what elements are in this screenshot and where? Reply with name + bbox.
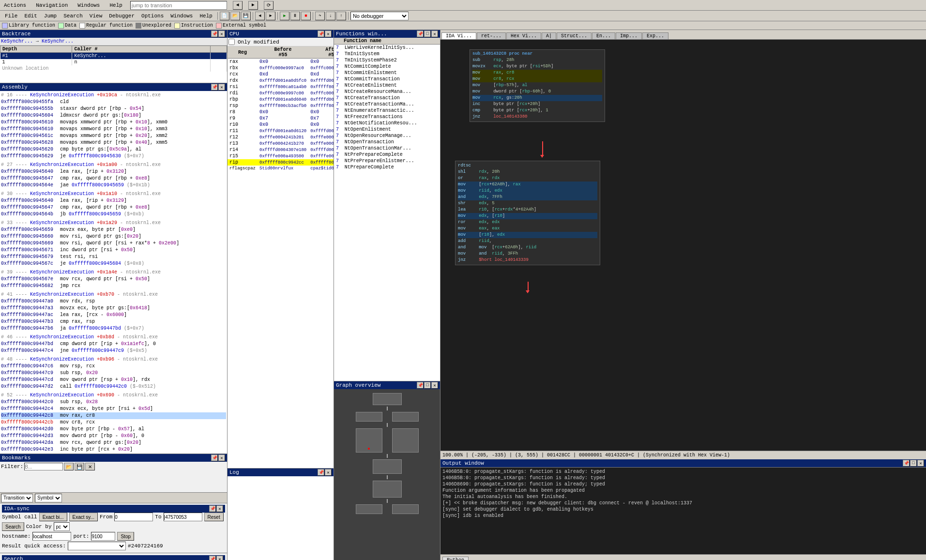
table-row[interactable]: r12 0xfffe0004241b201 0xfffe0004241b20 xyxy=(228,134,334,140)
table-row[interactable]: 7 NtOpenResourceManage... xyxy=(334,133,440,139)
functions-pin-btn[interactable]: 📌 xyxy=(417,30,424,37)
ida-menu-jump[interactable]: Jump xyxy=(41,13,60,19)
table-row[interactable]: rdx 0xffffd001ea0d5fc0 0xffffd001ea0d5f xyxy=(228,77,334,84)
tab-hex-view[interactable]: Hex Vi... xyxy=(506,32,541,39)
asm-func-link-7[interactable]: KeSynchronizeExecution xyxy=(30,334,94,340)
table-row[interactable]: 7 NtCreateResourceMana... xyxy=(334,89,440,95)
bookmarks-open-btn[interactable]: 📂 xyxy=(64,463,74,470)
asm-func-link-2[interactable]: KeSynchronizeExecution xyxy=(30,162,94,167)
idasync-close-btn[interactable]: ✕ xyxy=(216,505,223,512)
table-row[interactable]: r15 0xffffe000a493500 0xffffe000a493500 xyxy=(228,153,334,159)
table-row[interactable]: 1 n xyxy=(0,59,227,65)
cpu-pin-btn[interactable]: 📌 xyxy=(318,30,324,37)
cpu-only-modified-check[interactable] xyxy=(228,39,235,45)
output-close-btn[interactable]: ✕ xyxy=(917,460,924,467)
table-row[interactable]: rbp 0xffffd001ea0d6040 0xffffd001ea0d60 xyxy=(228,96,334,103)
graph-overview-float-btn[interactable]: □ xyxy=(424,382,431,389)
table-row[interactable]: Unknown location xyxy=(0,65,227,72)
table-row[interactable]: 7 NtFreezeTransactions xyxy=(334,114,440,120)
table-row[interactable]: 7 NtCommitTransaction xyxy=(334,76,440,82)
log-close-btn[interactable]: ✕ xyxy=(325,469,332,476)
python-tab[interactable]: Python xyxy=(442,557,469,560)
ida-menu-options[interactable]: Options xyxy=(138,13,167,19)
table-row[interactable]: r11 0xffffd001ea0d6120 0xffffd001ea0d61 xyxy=(228,128,334,134)
tb-run[interactable]: ▶ xyxy=(280,12,289,20)
idasync-pin-btn[interactable]: 📌 xyxy=(209,505,216,512)
output-window[interactable]: 1406B5B:0: propagate_stKargs: function i… xyxy=(440,467,926,554)
menu-windows[interactable]: Windows xyxy=(76,2,102,9)
bookmarks-close-btn[interactable]: ✕ xyxy=(218,454,225,461)
assembly-pin-btn[interactable]: 📌 xyxy=(211,84,218,91)
search-close-btn[interactable]: ✕ xyxy=(216,556,223,560)
table-row[interactable]: 7 NtOpenTransactionMar... xyxy=(334,145,440,151)
bookmarks-pin-btn[interactable]: 📌 xyxy=(211,454,218,461)
asm-func-link-8[interactable]: KeSynchronizeExecution xyxy=(30,357,94,362)
table-row[interactable]: 7 NtCreateEnlistment xyxy=(334,82,440,89)
ida-menu-file[interactable]: File xyxy=(2,13,20,19)
table-row[interactable]: rdi 0xfffc000e9997c00 0xfffc000e9997c xyxy=(228,90,334,96)
tb-fwd[interactable]: ► xyxy=(266,12,275,20)
table-row[interactable]: 7 NtCreateTransaction xyxy=(334,95,440,101)
table-row[interactable]: 7 NtCommitEnlistment xyxy=(334,70,440,76)
tb-open[interactable]: 📂 xyxy=(230,12,240,20)
backtrace-close-btn[interactable]: ✕ xyxy=(218,30,225,37)
table-row[interactable]: rsp 0xfffff800cb3acfb0 0xfffff800cb3acf xyxy=(228,103,334,109)
table-row[interactable]: 7 NtOpenTransaction xyxy=(334,139,440,145)
table-row[interactable]: #1 KeSynchr... xyxy=(0,53,227,60)
tb-stop[interactable]: ■ xyxy=(301,12,311,20)
table-row[interactable]: r8 0x0 0x0 xyxy=(228,109,334,115)
tab-ida-views[interactable]: IDA Vi... xyxy=(441,32,476,39)
asm-func-link-1[interactable]: KeSynchronizeExecution xyxy=(30,92,94,98)
tb-new[interactable]: 📄 xyxy=(220,12,229,20)
table-row[interactable]: 7 TmInitSystemPhase2 xyxy=(334,57,440,63)
tab-ret[interactable]: ret-... xyxy=(477,32,506,39)
table-row[interactable]: r10 0x0 0x0 xyxy=(228,121,334,128)
table-row[interactable]: rax 0x0 0x0 xyxy=(228,59,334,65)
idasync-from-input[interactable] xyxy=(114,513,153,521)
assembly-scroll[interactable]: # 16 ---- KeSynchronizeExecution +0x19ca… xyxy=(0,91,227,454)
log-content[interactable] xyxy=(228,476,334,560)
ida-menu-help-ida[interactable]: Help xyxy=(197,13,215,19)
tab-a-pipe[interactable]: A| xyxy=(542,32,556,39)
cpu-close-btn[interactable]: ✕ xyxy=(325,30,332,37)
table-row[interactable]: r9 0x7 0x7 xyxy=(228,115,334,121)
debugger-select[interactable]: No debugger xyxy=(350,12,409,20)
backtrace-pin-btn[interactable]: 📌 xyxy=(211,30,218,37)
idasync-reset-btn[interactable]: Reset xyxy=(204,513,224,521)
asm-func-link-9[interactable]: KeSynchronizeExecution xyxy=(30,393,94,398)
ida-menu-windows-ida[interactable]: Windows xyxy=(167,13,196,19)
bookmarks-delete-btn[interactable]: ✕ xyxy=(85,463,95,470)
tb-pause[interactable]: ⏸ xyxy=(290,12,300,20)
nav-back-btn[interactable]: ◄ xyxy=(233,1,243,10)
tab-imp[interactable]: Imp... xyxy=(616,32,642,39)
tb-step-into[interactable]: ↓ xyxy=(326,12,335,20)
tb-back[interactable]: ◄ xyxy=(255,12,265,20)
ida-menu-search[interactable]: Search xyxy=(61,13,86,19)
tb-step-out[interactable]: ↑ xyxy=(336,12,346,20)
tab-struct[interactable]: Struct... xyxy=(557,32,592,39)
functions-close-btn[interactable]: ✕ xyxy=(431,30,438,37)
jump-input[interactable] xyxy=(130,1,227,10)
log-pin-btn[interactable]: 📌 xyxy=(318,469,324,476)
table-row[interactable]: rsi 0xfffff800ca01a4b0 0xfffff800ca01a4 xyxy=(228,84,334,90)
nav-refresh-btn[interactable]: ⟳ xyxy=(264,1,273,10)
table-row[interactable]: 7 NtGetNotificationResou... xyxy=(334,120,440,126)
table-row[interactable]: 7 LWerLiveKernelInitSys... xyxy=(334,45,440,51)
nav-forward-btn[interactable]: ► xyxy=(248,1,258,10)
output-pin-btn[interactable]: 📌 xyxy=(903,460,910,467)
table-row[interactable]: 7 NtPrepareComplete xyxy=(334,164,440,170)
table-row[interactable]: 7 NtEnumerateTransactic... xyxy=(334,107,440,114)
table-row[interactable]: 7 NtCreateTransactionMa... xyxy=(334,101,440,107)
functions-list[interactable]: 7 LWerLiveKernelInitSys... 7 TmInitSyste… xyxy=(334,45,440,381)
backtrace-crumb-2[interactable]: KeSynchr... xyxy=(42,39,74,44)
backtrace-crumb-1[interactable]: KeSynchr... xyxy=(1,39,33,44)
idasync-hostname-input[interactable] xyxy=(32,532,71,541)
idasync-stop-btn[interactable]: Stop xyxy=(117,532,134,541)
asm-func-link-3[interactable]: KeSynchronizeExecution xyxy=(30,191,94,197)
idasync-exact-sy-btn[interactable]: Exact sy... xyxy=(69,513,98,521)
table-row[interactable]: 7 NtCommitComplete xyxy=(334,63,440,70)
idasync-search-btn[interactable]: Search xyxy=(2,522,24,531)
tb-step-over[interactable]: ↷ xyxy=(315,12,325,20)
idasync-port-input[interactable] xyxy=(91,532,115,541)
table-row[interactable]: 7 NtPrePrepareComplete xyxy=(334,151,440,158)
